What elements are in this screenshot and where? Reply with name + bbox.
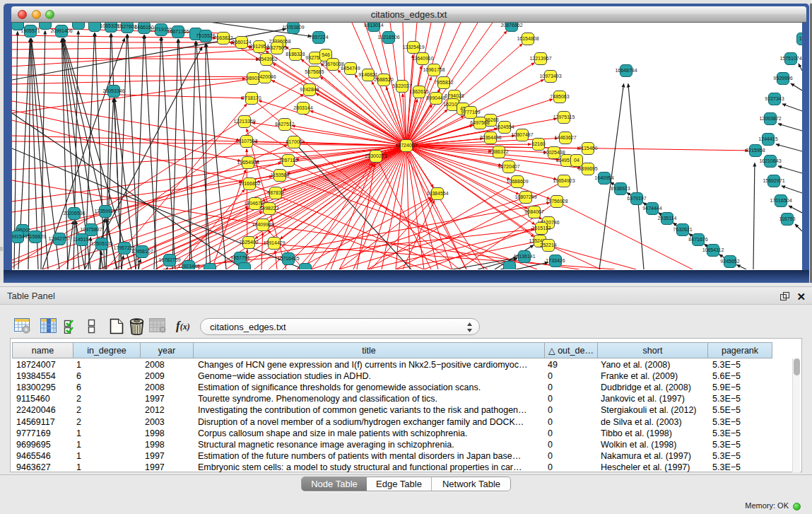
svg-text:1244415: 1244415 [758,136,777,141]
svg-text:10973493: 10973493 [539,74,561,78]
svg-text:10025438: 10025438 [543,150,565,155]
svg-text:1153584: 1153584 [271,173,290,177]
svg-text:1362615: 1362615 [409,89,428,94]
svg-text:14136141: 14136141 [513,254,535,259]
svg-text:8427512: 8427512 [275,122,294,127]
svg-text:12942757: 12942757 [48,236,70,241]
svg-text:8215958: 8215958 [746,148,765,153]
svg-text:6379197: 6379197 [627,196,646,201]
svg-text:20991406: 20991406 [50,28,72,33]
svg-text:3624554: 3624554 [495,124,514,129]
svg-text:10807487: 10807487 [511,132,533,137]
svg-text:19756928: 19756928 [546,199,567,204]
svg-text:13325419: 13325419 [402,45,424,49]
svg-text:7955812: 7955812 [434,80,453,85]
svg-text:15720407: 15720407 [498,164,519,169]
svg-text:15716485: 15716485 [277,256,299,261]
svg-text:817006: 817006 [286,139,302,144]
svg-text:9245652: 9245652 [720,259,739,264]
svg-text:12505135: 12505135 [90,241,112,246]
svg-text:04: 04 [574,158,579,163]
svg-text:16782759: 16782759 [158,257,180,262]
svg-text:9227343: 9227343 [765,96,784,101]
svg-text:546: 546 [322,52,330,57]
svg-text:7485063: 7485063 [550,94,569,99]
svg-text:17046788: 17046788 [244,201,266,206]
svg-text:8813014: 8813014 [364,23,383,28]
svg-text:9857791: 9857791 [230,255,249,260]
svg-text:18807249: 18807249 [514,194,536,199]
svg-text:5498222: 5498222 [259,206,278,211]
svg-text:39154: 39154 [12,234,25,239]
svg-text:9777169: 9777169 [461,110,480,115]
svg-text:7386372: 7386372 [489,149,508,154]
svg-text:11156829: 11156829 [25,234,46,239]
svg-text:9327505: 9327505 [267,45,286,50]
svg-text:12213369: 12213369 [233,119,255,124]
svg-text:10688609: 10688609 [506,179,528,184]
svg-text:2803144: 2803144 [293,105,312,110]
svg-text:12213967: 12213967 [529,56,551,61]
svg-text:6794028: 6794028 [445,93,464,98]
svg-text:9146821: 9146821 [358,72,377,77]
svg-text:8454749: 8454749 [341,66,360,71]
svg-text:15692971: 15692971 [763,178,784,183]
svg-text:28053346: 28053346 [102,88,124,93]
svg-text:10975887: 10975887 [80,227,102,232]
svg-text:10958107: 10958107 [131,249,153,254]
svg-text:16210643: 16210643 [759,158,781,163]
svg-text:16107562: 16107562 [235,139,257,144]
svg-text:98901: 98901 [246,76,260,81]
svg-text:25300273: 25300273 [365,153,387,158]
svg-text:16671355: 16671355 [167,29,189,34]
svg-text:3267110: 3267110 [279,158,298,163]
svg-text:8471676: 8471676 [688,237,707,242]
svg-text:2935114: 2935114 [658,216,677,221]
svg-text:16648784: 16648784 [615,68,637,73]
svg-text:17359928: 17359928 [94,209,116,214]
svg-text:19384554: 19384554 [426,191,448,196]
svg-text:6497568: 6497568 [470,120,489,125]
svg-text:10053809: 10053809 [282,25,304,30]
svg-text:12975115: 12975115 [553,115,575,119]
svg-text:12093872: 12093872 [759,116,781,121]
svg-text:19654923: 19654923 [553,178,575,183]
svg-text:19654938: 19654938 [237,160,259,165]
svg-text:14463627: 14463627 [554,135,576,140]
svg-text:9084067: 9084067 [524,209,543,214]
svg-text:18724007: 18724007 [395,143,417,148]
svg-text:1145194: 1145194 [73,237,92,242]
svg-text:8660124: 8660124 [232,40,251,45]
svg-text:12409948: 12409948 [252,222,273,227]
svg-text:9115460: 9115460 [579,146,598,151]
svg-text:8938923: 8938923 [611,186,630,191]
svg-text:20364436: 20364436 [479,135,501,140]
svg-text:6899695: 6899695 [578,166,597,171]
svg-text:1905571: 1905571 [20,28,40,33]
svg-text:9529996: 9529996 [773,76,792,81]
svg-text:16961758: 16961758 [423,67,445,72]
svg-text:16543962: 16543962 [255,57,277,62]
svg-text:19218506: 19218506 [377,35,399,40]
svg-text:5322037: 5322037 [392,83,411,88]
svg-text:7857224: 7857224 [309,35,328,40]
svg-text:20206536: 20206536 [63,211,85,216]
svg-text:1640954: 1640954 [594,175,613,180]
svg-text:587833: 587833 [267,190,283,195]
svg-text:17016504: 17016504 [770,198,792,203]
svg-text:16154808: 16154808 [517,36,539,41]
svg-text:12923448: 12923448 [177,264,199,269]
svg-text:19166852: 19166852 [238,181,260,186]
svg-text:8912954: 8912954 [249,44,269,49]
svg-text:116753: 116753 [779,216,796,221]
svg-text:10654112: 10654112 [702,247,724,252]
svg-text:7632621: 7632621 [673,227,692,232]
svg-text:8186328: 8186328 [286,52,305,57]
svg-text:252214: 252214 [540,243,556,247]
svg-text:7663822: 7663822 [213,35,233,40]
svg-text:62160: 62160 [531,141,546,146]
svg-text:15751074: 15751074 [779,56,801,61]
svg-text:7625402: 7625402 [239,240,258,245]
svg-text:14914479: 14914479 [263,240,285,245]
svg-text:2718170: 2718170 [242,95,261,100]
